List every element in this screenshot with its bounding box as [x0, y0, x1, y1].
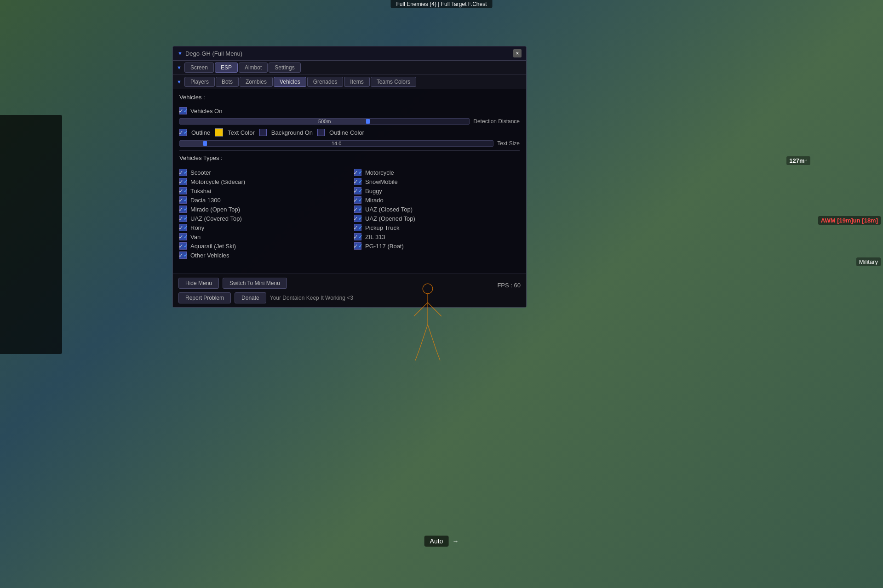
text-size-value: 14.0 [332, 141, 341, 146]
van-label: Van [190, 234, 201, 240]
vehicle-item-uaz-opened: ✓ UAZ (Opened Top) [354, 214, 520, 223]
uaz-covered-label: UAZ (Covered Top) [190, 215, 242, 222]
outline-label: Outline [191, 129, 210, 136]
uaz-opened-checkbox[interactable]: ✓ [354, 215, 361, 222]
tab-items[interactable]: Items [344, 77, 369, 87]
vehicle-item-pickup: ✓ Pickup Truck [354, 223, 520, 232]
vehicle-item-van: ✓ Van [179, 232, 345, 241]
outline-color-label: Outline Color [329, 129, 364, 136]
motorcycle-label: Motorcycle [365, 169, 394, 176]
buggy-checkbox[interactable]: ✓ [354, 187, 361, 194]
vehicle-item-snowmobile: ✓ SnowMobile [354, 177, 520, 186]
text-size-slider[interactable]: 14.0 [179, 140, 493, 147]
mirado-open-checkbox[interactable]: ✓ [179, 206, 187, 213]
tab-vehicles[interactable]: Vehicles [274, 77, 306, 87]
scooter-label: Scooter [190, 169, 211, 176]
tukshai-label: Tukshai [190, 188, 211, 194]
background-on-label: Background On [271, 129, 313, 136]
svg-line-5 [428, 325, 436, 349]
buggy-label: Buggy [365, 188, 382, 194]
svg-point-0 [423, 284, 433, 294]
tab-bots[interactable]: Bots [216, 77, 239, 87]
tab-zombies[interactable]: Zombies [240, 77, 273, 87]
other-vehicles-checkbox[interactable]: ✓ [179, 251, 187, 259]
vehicle-item-mirado: ✓ Mirado [354, 195, 520, 205]
motorcycle-sidecar-checkbox[interactable]: ✓ [179, 178, 187, 185]
outline-color-checkbox[interactable] [317, 129, 325, 136]
van-checkbox[interactable]: ✓ [179, 233, 187, 240]
hud-distance: 127m↑ [786, 156, 810, 165]
vehicles-on-checkbox[interactable]: ✓ [179, 107, 187, 114]
dacia-label: Dacia 1300 [190, 197, 221, 204]
detection-distance-slider[interactable]: 500m [179, 118, 470, 125]
vehicle-item-motorcycle: ✓ Motorcycle [354, 168, 520, 177]
rony-label: Rony [190, 224, 204, 231]
scooter-checkbox[interactable]: ✓ [179, 169, 187, 176]
tab-aimbot[interactable]: Aimbot [239, 63, 268, 73]
tab-settings[interactable]: Settings [269, 63, 300, 73]
esp-tab-arrow: ▼ [177, 79, 182, 85]
pg117-checkbox[interactable]: ✓ [354, 242, 361, 250]
outline-checkbox[interactable]: ✓ [179, 129, 187, 136]
uaz-closed-checkbox[interactable]: ✓ [354, 206, 361, 213]
text-color-label: Text Color [228, 129, 255, 136]
footer-buttons: Hide Menu Switch To Mini Menu [178, 278, 287, 289]
svg-line-4 [419, 325, 428, 349]
pickup-checkbox[interactable]: ✓ [354, 224, 361, 231]
separator-1 [179, 150, 520, 151]
background-on-checkbox[interactable] [259, 129, 267, 136]
tukshai-checkbox[interactable]: ✓ [179, 187, 187, 194]
content-spacer [179, 260, 520, 269]
zil-checkbox[interactable]: ✓ [354, 233, 361, 240]
motorcycle-checkbox[interactable]: ✓ [354, 169, 361, 176]
aquarail-checkbox[interactable]: ✓ [179, 242, 187, 250]
svg-line-6 [415, 349, 419, 360]
detection-distance-row: 500m Detection Distance [179, 118, 520, 125]
text-color-swatch[interactable] [215, 128, 223, 137]
text-size-label: Text Size [497, 140, 520, 147]
menu-footer: Hide Menu Switch To Mini Menu FPS : 60 R… [173, 274, 526, 307]
outline-check-icon: ✓ [178, 129, 183, 136]
uaz-opened-label: UAZ (Opened Top) [365, 215, 415, 222]
close-button[interactable]: × [513, 49, 522, 57]
uaz-covered-checkbox[interactable]: ✓ [179, 215, 187, 222]
donate-button[interactable]: Donate [235, 292, 266, 303]
hide-menu-button[interactable]: Hide Menu [178, 278, 219, 289]
vehicle-item-pg117: ✓ PG-117 (Boat) [354, 241, 520, 251]
tab-esp[interactable]: ESP [215, 63, 238, 73]
tab-grenades[interactable]: Grenades [307, 77, 344, 87]
tab-players[interactable]: Players [184, 77, 215, 87]
rony-checkbox[interactable]: ✓ [179, 224, 187, 231]
hud-weapon: AWM [19m]un [18m] [818, 216, 881, 225]
vehicle-item-uaz-covered: ✓ UAZ (Covered Top) [179, 214, 345, 223]
fps-display: FPS : 60 [497, 282, 521, 289]
esp-tab-row: ▼ Players Bots Zombies Vehicles Grenades… [173, 75, 526, 89]
menu-panel: ▼ Dego-GH (Full Menu) × ▼ Screen ESP Aim… [172, 46, 527, 308]
vehicle-item-aquarail: ✓ Aquarail (Jet Ski) [179, 241, 345, 251]
svg-line-2 [414, 303, 428, 316]
hud-auto-area: Auto → [424, 536, 459, 547]
vehicle-item-mirado-open: ✓ Mirado (Open Top) [179, 205, 345, 214]
snowmobile-checkbox[interactable]: ✓ [354, 178, 361, 185]
other-vehicles-label: Other Vehicles [190, 252, 229, 259]
pickup-label: Pickup Truck [365, 224, 399, 231]
aquarail-label: Aquarail (Jet Ski) [190, 243, 236, 250]
mirado-checkbox[interactable]: ✓ [354, 196, 361, 204]
tab-screen[interactable]: Screen [184, 63, 214, 73]
donate-message: Your Dontaion Keep It Working <3 [270, 295, 353, 301]
player-skeleton-overlay [400, 267, 455, 405]
detection-distance-label: Detection Distance [473, 118, 520, 125]
vehicle-item-rony: ✓ Rony [179, 223, 345, 232]
menu-title: ▼ Dego-GH (Full Menu) [178, 50, 242, 57]
svg-line-7 [436, 349, 440, 360]
vehicles-right-col: ✓ Motorcycle ✓ SnowMobile ✓ Buggy ✓ Mira… [354, 168, 520, 260]
vehicles-on-label: Vehicles On [190, 108, 222, 114]
tab-teams-colors[interactable]: Teams Colors [371, 77, 416, 87]
report-problem-button[interactable]: Report Problem [178, 292, 231, 303]
mirado-label: Mirado [365, 197, 384, 204]
dacia-checkbox[interactable]: ✓ [179, 196, 187, 204]
vehicle-item-motorcycle-sidecar: ✓ Motorcycle (Sidecar) [179, 177, 345, 186]
switch-mini-button[interactable]: Switch To Mini Menu [223, 278, 287, 289]
menu-title-text: Dego-GH (Full Menu) [185, 50, 242, 57]
text-size-thumb [203, 141, 207, 146]
